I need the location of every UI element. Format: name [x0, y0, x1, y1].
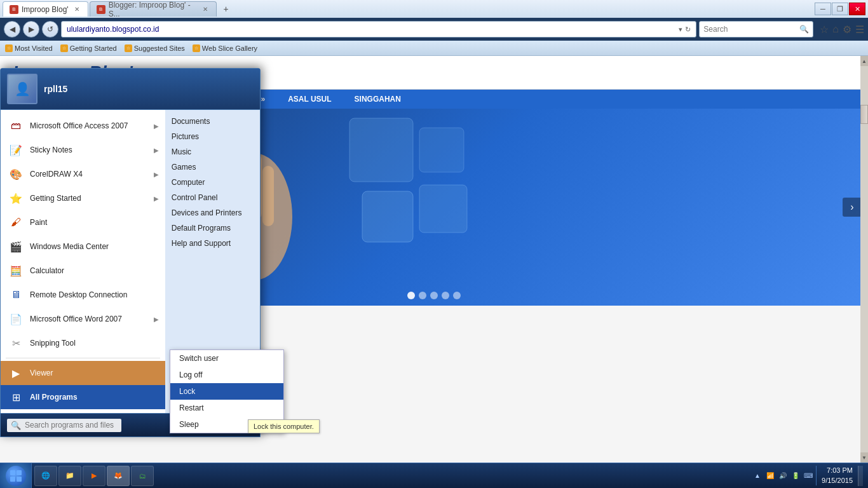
- taskbar-right: ▲ 📶 🔊 🔋 ⌨ 7:03 PM 9/15/2015: [747, 463, 868, 488]
- scroll-thumb[interactable]: [860, 105, 868, 124]
- svg-rect-4: [349, 118, 413, 182]
- tab-2[interactable]: B Blogger: Improop Blog' - S... ✕: [90, 1, 217, 17]
- close-button[interactable]: ✕: [849, 3, 865, 15]
- right-item-music[interactable]: Music: [165, 144, 260, 159]
- menu-item-remote-desktop[interactable]: 🖥 Remote Desktop Connection: [1, 283, 165, 307]
- new-tab-button[interactable]: +: [219, 2, 233, 16]
- search-bar[interactable]: 🔍: [699, 21, 813, 37]
- right-item-control-panel[interactable]: Control Panel: [165, 190, 260, 205]
- scroll-down-arrow[interactable]: ▼: [860, 452, 868, 463]
- start-orb: [6, 466, 26, 486]
- home-icon[interactable]: ⌂: [832, 24, 839, 35]
- hero-dots: [407, 292, 461, 299]
- menu-item-media-center[interactable]: 🎬 Windows Media Center: [1, 234, 165, 259]
- menu-label-coreldraw: CorelDRAW X4: [30, 170, 149, 179]
- start-button[interactable]: [0, 463, 32, 489]
- paint-icon: 🖌: [7, 214, 25, 231]
- right-item-devices[interactable]: Devices and Printers: [165, 205, 260, 220]
- start-search-box[interactable]: 🔍: [7, 419, 121, 432]
- tools-icon[interactable]: ⚙: [843, 24, 851, 36]
- right-item-pictures[interactable]: Pictures: [165, 129, 260, 144]
- menu-item-all-programs[interactable]: ⊞ All Programs: [1, 385, 165, 409]
- bookmark-label-2: Getting Started: [70, 44, 117, 52]
- svg-rect-5: [419, 128, 464, 172]
- wmp-icon: ▶: [88, 470, 100, 482]
- bookmarks-bar: ☆ Most Visited ☆ Getting Started ☆ Sugge…: [0, 41, 868, 56]
- address-bar[interactable]: ululardiyanto.blogspot.co.id ▾ ↻: [61, 21, 696, 37]
- nav-asal[interactable]: ASAL USUL: [276, 90, 342, 109]
- hero-dot-3[interactable]: [430, 292, 438, 299]
- systray-up-arrow[interactable]: ▲: [752, 471, 763, 481]
- taskbar-explorer[interactable]: 📁: [58, 466, 81, 486]
- tab-1-favicon: B: [10, 5, 18, 14]
- restore-button[interactable]: ❐: [832, 3, 848, 15]
- submenu-switch-user[interactable]: Switch user: [170, 350, 283, 367]
- submenu-restart[interactable]: Restart: [170, 400, 283, 416]
- menu-item-snipping[interactable]: ✂ Snipping Tool: [1, 331, 165, 355]
- menu-item-paint[interactable]: 🖌 Paint: [1, 210, 165, 234]
- bookmark-suggested[interactable]: ☆ Suggested Sites: [125, 44, 185, 52]
- getting-started-icon: ⭐: [7, 189, 25, 207]
- hero-dot-4[interactable]: [442, 292, 449, 299]
- submenu-log-off[interactable]: Log off: [170, 367, 283, 383]
- bookmark-web-slice[interactable]: ☆ Web Slice Gallery: [193, 44, 257, 52]
- right-item-documents[interactable]: Documents: [165, 114, 260, 129]
- taskbar-explorer2[interactable]: 🗂: [131, 466, 154, 486]
- bookmark-getting-started[interactable]: ☆ Getting Started: [60, 44, 117, 52]
- bookmark-icon-3: ☆: [125, 44, 132, 52]
- calculator-icon: 🧮: [7, 262, 25, 280]
- right-item-games[interactable]: Games: [165, 159, 260, 175]
- menu-item-viewer[interactable]: ▶ Viewer: [1, 361, 165, 385]
- firefox-icon: 🦊: [112, 470, 124, 482]
- start-search-input[interactable]: [25, 421, 120, 430]
- bookmark-most-visited[interactable]: ☆ Most Visited: [5, 44, 53, 52]
- menu-item-getting-started[interactable]: ⭐ Getting Started ▶: [1, 186, 165, 210]
- menu-divider: [6, 358, 160, 358]
- menu-icon[interactable]: ☰: [855, 24, 864, 36]
- menu-label-viewer: Viewer: [30, 369, 159, 377]
- search-icon[interactable]: 🔍: [799, 25, 809, 34]
- show-desktop-button[interactable]: [858, 466, 863, 486]
- menu-item-sticky[interactable]: 📝 Sticky Notes ▶: [1, 138, 165, 162]
- taskbar-firefox[interactable]: 🦊: [107, 466, 130, 486]
- minimize-button[interactable]: ─: [815, 3, 831, 15]
- right-item-computer[interactable]: Computer: [165, 175, 260, 190]
- back-button[interactable]: ◀: [4, 21, 20, 37]
- address-dropdown-icon[interactable]: ▾: [679, 25, 682, 34]
- scroll-up-arrow[interactable]: ▲: [860, 56, 868, 66]
- submenu-lock[interactable]: Lock: [170, 383, 283, 400]
- refresh-button[interactable]: ↺: [42, 21, 58, 37]
- right-item-default-programs[interactable]: Default Programs: [165, 220, 260, 236]
- menu-item-coreldraw[interactable]: 🎨 CorelDRAW X4 ▶: [1, 162, 165, 186]
- scrollbar: ▲ ▼: [860, 56, 868, 463]
- all-programs-icon: ⊞: [7, 388, 25, 406]
- menu-item-word[interactable]: 📄 Microsoft Office Word 2007 ▶: [1, 307, 165, 331]
- title-bar: B Improop Blog' ✕ B Blogger: Improop Blo…: [0, 0, 868, 18]
- tab-1-close[interactable]: ✕: [72, 5, 81, 14]
- refresh-icon[interactable]: ↻: [685, 25, 691, 34]
- hero-dot-1[interactable]: [407, 292, 415, 299]
- taskbar-items: 🌐 📁 ▶ 🦊 🗂: [32, 466, 747, 486]
- nav-singgahan[interactable]: SINGGAHAN: [343, 90, 412, 109]
- clock[interactable]: 7:03 PM 9/15/2015: [816, 466, 853, 485]
- bookmark-label-4: Web Slice Gallery: [202, 44, 257, 52]
- toolbar-icons: ☆ ⌂ ⚙ ☰: [820, 24, 864, 36]
- hero-dot-5[interactable]: [453, 292, 461, 299]
- hero-next-button[interactable]: ›: [843, 198, 862, 217]
- tab-2-close[interactable]: ✕: [201, 5, 210, 14]
- menu-item-access[interactable]: 🗃 Microsoft Office Access 2007 ▶: [1, 114, 165, 138]
- tab-2-label: Blogger: Improop Blog' - S...: [109, 1, 198, 18]
- taskbar-ie[interactable]: 🌐: [34, 466, 57, 486]
- lock-tooltip: Lock this computer.: [248, 419, 320, 433]
- menu-item-calculator[interactable]: 🧮 Calculator: [1, 259, 165, 283]
- search-input[interactable]: [703, 25, 799, 34]
- tab-1[interactable]: B Improop Blog' ✕: [3, 1, 88, 17]
- star-icon[interactable]: ☆: [820, 24, 829, 36]
- forward-button[interactable]: ▶: [23, 21, 39, 37]
- user-name: rpll15: [44, 84, 67, 94]
- systray-icon1: 📶: [765, 471, 775, 481]
- systray: ▲ 📶 🔊 🔋 ⌨: [752, 471, 813, 481]
- taskbar-wmp[interactable]: ▶: [83, 466, 105, 486]
- right-item-help[interactable]: Help and Support: [165, 236, 260, 251]
- hero-dot-2[interactable]: [419, 292, 426, 299]
